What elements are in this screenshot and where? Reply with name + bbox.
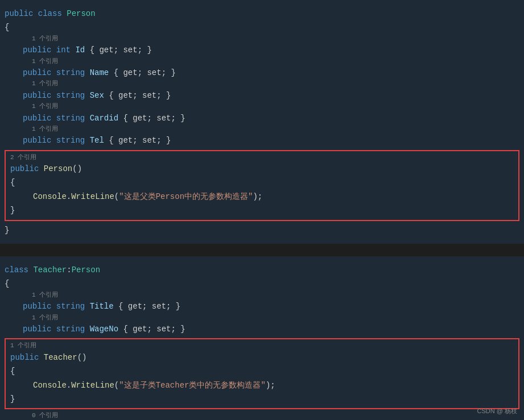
hint-teacher-constructor: 1 个引用 xyxy=(6,342,518,350)
teacher-class-block: class Teacher:Person { 1 个引用 public stri… xyxy=(0,256,524,420)
watermark: CSDN @ 杨枝 xyxy=(477,407,517,415)
teacher-class-declaration-line: class Teacher:Person xyxy=(0,263,524,277)
teacher-constructor-body: Console.WriteLine("这是子类Teacher类中的无参数构造器"… xyxy=(6,379,518,392)
hint-name: 1 个引用 xyxy=(0,57,524,66)
class-keyword: class xyxy=(38,7,67,20)
hint-wageno: 1 个引用 xyxy=(0,314,524,322)
teacher-constructor-box: 1 个引用 public Teacher() { Console.WriteLi… xyxy=(5,338,519,409)
class-keyword-2: class xyxy=(5,264,33,276)
class-name: Person xyxy=(67,7,95,20)
property-sex-line: public string Sex { get; set; } xyxy=(0,89,524,102)
class-close-brace: } xyxy=(0,223,524,237)
teacher-open-brace: { xyxy=(0,277,524,290)
property-wageno-line: public string WageNo { get; set; } xyxy=(0,322,524,336)
teacher-class-name: Teacher xyxy=(33,264,67,276)
property-id-line: public int Id { get; set; } xyxy=(0,43,524,57)
person-constructor-box: 2 个引用 public Person() { Console.WriteLin… xyxy=(5,150,519,221)
open-brace-line: { xyxy=(0,20,524,34)
property-cardid-line: public string Cardid { get; set; } xyxy=(0,111,524,125)
teacher-constructor-sig: public Teacher() xyxy=(6,351,518,364)
public-keyword: public xyxy=(5,7,38,20)
hint-cardid: 1 个引用 xyxy=(0,102,524,111)
constructor-open-brace: { xyxy=(6,176,518,189)
hint-extra: 0 个引用 xyxy=(0,411,524,420)
block-separator xyxy=(0,246,524,256)
hint-sex: 1 个引用 xyxy=(0,80,524,88)
teacher-constructor-open-brace: { xyxy=(6,364,518,378)
hint-title: 1 个引用 xyxy=(0,291,524,300)
hint-tel: 1 个引用 xyxy=(0,125,524,134)
property-tel-line: public string Tel { get; set; } xyxy=(0,134,524,147)
person-class-block: public class Person { 1 个引用 public int I… xyxy=(0,0,524,246)
constructor-sig-line: public Person() xyxy=(6,162,518,176)
class-declaration-line: public class Person xyxy=(0,7,524,20)
parent-class-name: Person xyxy=(72,264,100,276)
hint-constructor: 2 个引用 xyxy=(6,153,518,162)
property-name-line: public string Name { get; set; } xyxy=(0,66,524,80)
hint-id: 1 个引用 xyxy=(0,35,524,43)
property-title-line: public string Title { get; set; } xyxy=(0,300,524,313)
teacher-constructor-close-brace: } xyxy=(6,392,518,406)
constructor-close-brace: } xyxy=(6,203,518,217)
constructor-body-line: Console.WriteLine("这是父类Person中的无参数构造器"); xyxy=(6,190,518,203)
